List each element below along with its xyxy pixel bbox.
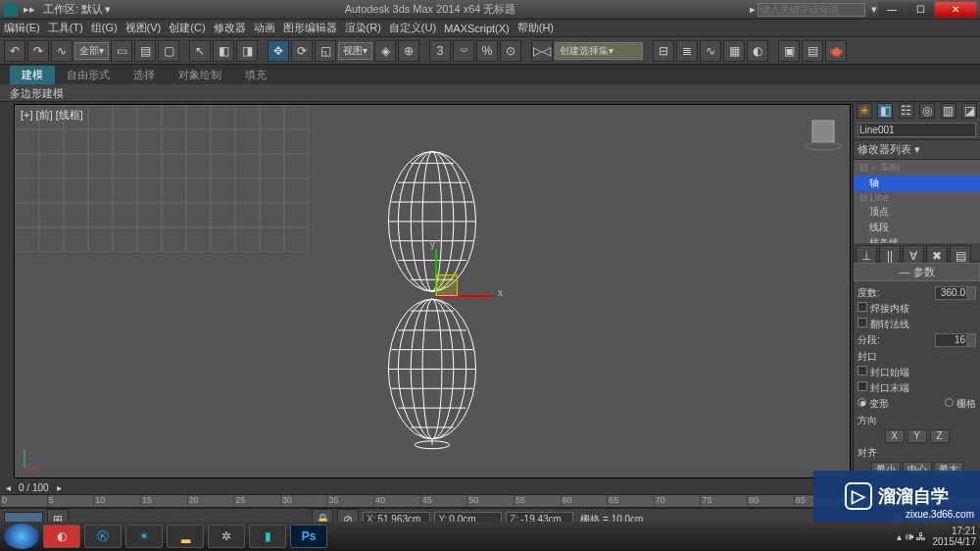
viewcube[interactable]: [803, 111, 844, 152]
menu-modifiers[interactable]: 修改器: [214, 21, 246, 35]
scale-button[interactable]: ◱: [315, 40, 336, 62]
task-3dsmax[interactable]: ▮: [249, 525, 286, 548]
dir-z-button[interactable]: Z: [930, 429, 950, 443]
minimize-button[interactable]: —: [878, 2, 906, 18]
dir-x-button[interactable]: X: [885, 429, 905, 443]
stack-segment[interactable]: 线段: [854, 220, 980, 235]
task-explorer[interactable]: ▂: [167, 525, 204, 548]
pivot-button[interactable]: ◈: [374, 40, 396, 62]
menu-customize[interactable]: 自定义(U): [389, 21, 436, 35]
task-media[interactable]: ✲: [208, 525, 245, 548]
menu-edit[interactable]: 编辑(E): [4, 21, 40, 35]
dir-y-button[interactable]: Y: [907, 429, 927, 443]
task-k[interactable]: Ⓚ: [84, 525, 122, 548]
utilities-tab-icon[interactable]: ◪: [961, 103, 977, 119]
morph-radio[interactable]: [858, 398, 866, 407]
display-tab-icon[interactable]: ▥: [941, 103, 956, 119]
hierarchy-tab-icon[interactable]: ☷: [899, 103, 914, 119]
select-name-button[interactable]: ▤: [134, 40, 156, 62]
arrow-button[interactable]: ↖: [189, 40, 211, 62]
start-button[interactable]: [4, 524, 39, 549]
selset-combo[interactable]: 创建选择集 ▾: [555, 42, 643, 60]
select-button[interactable]: ▭: [111, 40, 132, 62]
search-input[interactable]: [758, 3, 865, 17]
layers-button[interactable]: ≣: [676, 40, 698, 62]
weld-checkbox[interactable]: [858, 302, 867, 312]
degrees-spinner[interactable]: 360.0: [935, 286, 976, 300]
menu-maxscript[interactable]: MAXScript(X): [444, 23, 510, 34]
crossing-button[interactable]: ◨: [236, 40, 258, 62]
render-button[interactable]: 🫖: [825, 40, 847, 62]
align-button[interactable]: ⊟: [653, 40, 674, 62]
angsnap-button[interactable]: ⌔: [453, 40, 474, 62]
stack-line[interactable]: ⊟ Line: [854, 191, 980, 204]
spinner-button[interactable]: ⊙: [500, 40, 521, 62]
help-dropdown-icon[interactable]: ▾: [871, 3, 877, 16]
refcoord-combo[interactable]: 视图 ▾: [338, 42, 372, 60]
menu-animation[interactable]: 动画: [254, 21, 275, 35]
capstart-checkbox[interactable]: [858, 366, 867, 376]
object-name-field[interactable]: [858, 123, 976, 137]
curve-editor-button[interactable]: ∿: [700, 40, 721, 62]
tab-modeling[interactable]: 建模: [10, 66, 55, 84]
select-rect-button[interactable]: ▢: [158, 40, 179, 62]
tab-freeform[interactable]: 自由形式: [55, 66, 122, 84]
tray-time[interactable]: 17:21: [933, 526, 977, 536]
tray-icons[interactable]: ▴ 🕪 🖧: [897, 531, 927, 542]
modifier-stack[interactable]: ⊟ ♀ 车削 轴 ⊟ Line 顶点 线段 样条线: [854, 160, 980, 243]
flip-checkbox[interactable]: [858, 318, 867, 327]
window-button[interactable]: ◧: [213, 40, 234, 62]
material-button[interactable]: ◐: [747, 40, 768, 62]
menu-tools[interactable]: 工具(T): [48, 21, 83, 35]
link-button[interactable]: ∿: [51, 40, 73, 62]
mirror-button[interactable]: ▷◁: [531, 40, 553, 62]
move-button[interactable]: ✥: [268, 40, 289, 62]
stack-spline[interactable]: 样条线: [854, 235, 980, 243]
modifier-list-combo[interactable]: 修改器列表 ▾: [854, 140, 980, 160]
schematic-button[interactable]: ▦: [723, 40, 745, 62]
snap-button[interactable]: 3: [429, 40, 451, 62]
task-photoshop[interactable]: Ps: [290, 525, 327, 548]
motion-tab-icon[interactable]: ◎: [919, 103, 935, 119]
menu-create[interactable]: 创建(C): [169, 21, 205, 35]
search-arrow[interactable]: ▸: [750, 3, 756, 16]
tab-fill[interactable]: 填充: [233, 66, 278, 84]
tray-date[interactable]: 2015/4/17: [933, 536, 977, 547]
stack-vertex[interactable]: 顶点: [854, 204, 980, 220]
menu-graph[interactable]: 图形编辑器: [283, 21, 337, 35]
stack-lathe[interactable]: ⊟ ♀ 车削: [854, 160, 980, 175]
render-frame-button[interactable]: ▤: [802, 40, 823, 62]
menu-group[interactable]: 组(G): [91, 21, 118, 35]
create-tab-icon[interactable]: ✳: [857, 103, 872, 119]
tab-objpaint[interactable]: 对象绘制: [167, 66, 233, 84]
viewport-front[interactable]: x y [+] [前] [线框]: [14, 104, 851, 478]
app-icon[interactable]: [4, 3, 18, 17]
grid-radio[interactable]: [945, 398, 954, 407]
menu-render[interactable]: 渲染(R): [345, 21, 381, 35]
undo-button[interactable]: ↶: [4, 40, 25, 62]
maximize-button[interactable]: ☐: [906, 2, 934, 18]
task-chrome[interactable]: ◐: [43, 525, 80, 548]
pctsnap-button[interactable]: %: [476, 40, 498, 62]
windows-taskbar[interactable]: ◐ Ⓚ ✶ ▂ ✲ ▮ Ps ▴ 🕪 🖧 17:21 2015/4/17: [0, 522, 980, 551]
ribbon-subpanel[interactable]: 多边形建模: [0, 84, 980, 102]
workspace-selector[interactable]: 工作区: 默认: [43, 2, 103, 17]
modify-tab-icon[interactable]: ◧: [877, 103, 893, 119]
stack-axis[interactable]: 轴: [854, 175, 980, 191]
segments-spinner[interactable]: 16: [935, 333, 976, 347]
filter-combo[interactable]: 全部 ▾: [74, 42, 109, 60]
capend-checkbox[interactable]: [858, 381, 867, 391]
tab-select[interactable]: 选择: [122, 66, 167, 84]
menu-view[interactable]: 视图(V): [125, 21, 162, 35]
arrows[interactable]: ▸▸: [24, 3, 35, 16]
params-rollout-header[interactable]: — 参数: [854, 263, 980, 281]
task-bird[interactable]: ✶: [125, 525, 163, 548]
rotate-button[interactable]: ⟳: [291, 40, 313, 62]
menu-help[interactable]: 帮助(H): [517, 21, 554, 35]
close-button[interactable]: ✕: [935, 2, 976, 18]
redo-button[interactable]: ↷: [27, 40, 49, 62]
render-setup-button[interactable]: ▣: [778, 40, 800, 62]
left-dock[interactable]: [0, 102, 12, 480]
manip-button[interactable]: ⊕: [398, 40, 419, 62]
viewport-label[interactable]: [+] [前] [线框]: [21, 108, 83, 123]
